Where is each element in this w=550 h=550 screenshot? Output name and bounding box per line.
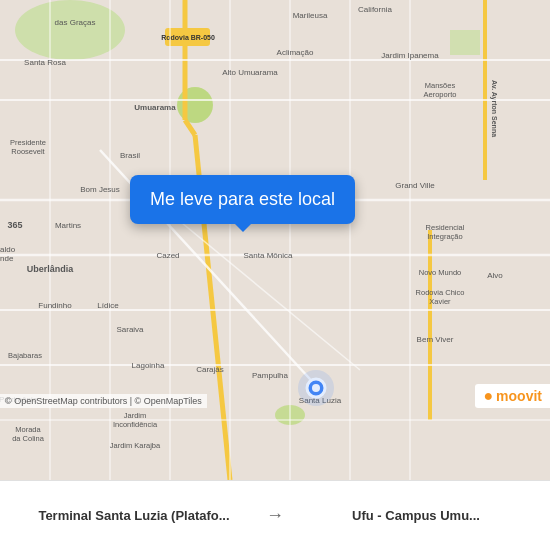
svg-text:Morada: Morada bbox=[15, 425, 41, 434]
svg-text:Santa Mônica: Santa Mônica bbox=[244, 251, 293, 260]
svg-rect-3 bbox=[450, 30, 480, 55]
svg-text:Uberlândia: Uberlândia bbox=[27, 264, 75, 274]
svg-text:Novo Mundo: Novo Mundo bbox=[419, 268, 462, 277]
svg-text:Bajabaras: Bajabaras bbox=[8, 351, 42, 360]
svg-text:Residencial: Residencial bbox=[426, 223, 465, 232]
svg-text:Brasil: Brasil bbox=[120, 151, 140, 160]
svg-point-75 bbox=[298, 370, 334, 406]
svg-text:Aclimação: Aclimação bbox=[277, 48, 314, 57]
svg-text:aldo: aldo bbox=[0, 245, 16, 254]
svg-text:Rodovia BR-050: Rodovia BR-050 bbox=[161, 34, 215, 41]
origin-label: Terminal Santa Luzia (Platafо... bbox=[38, 508, 229, 523]
svg-text:Pampulha: Pampulha bbox=[252, 371, 289, 380]
svg-text:das Graças: das Graças bbox=[55, 18, 96, 27]
svg-text:nde: nde bbox=[0, 254, 14, 263]
map-background: Rodovia BR-050 Av. Ayrton Senna das Graç… bbox=[0, 0, 550, 480]
svg-text:California: California bbox=[358, 5, 392, 14]
svg-text:Rodovia Chico: Rodovia Chico bbox=[416, 288, 465, 297]
svg-text:Saraiva: Saraiva bbox=[116, 325, 144, 334]
bottom-navigation-bar: Terminal Santa Luzia (Platafо... → Ufu -… bbox=[0, 480, 550, 550]
svg-text:Integração: Integração bbox=[427, 232, 462, 241]
svg-text:Jardim: Jardim bbox=[124, 411, 147, 420]
svg-text:Bem Viver: Bem Viver bbox=[417, 335, 454, 344]
svg-text:Jardim Karajba: Jardim Karajba bbox=[110, 441, 161, 450]
svg-point-1 bbox=[15, 0, 125, 60]
moovit-icon: ● bbox=[483, 387, 493, 405]
svg-point-2 bbox=[177, 87, 213, 123]
svg-text:Umuarama: Umuarama bbox=[134, 103, 176, 112]
svg-text:Mansões: Mansões bbox=[425, 81, 456, 90]
map-container: Rodovia BR-050 Av. Ayrton Senna das Graç… bbox=[0, 0, 550, 480]
svg-text:Lídice: Lídice bbox=[97, 301, 119, 310]
navigate-button[interactable]: Me leve para este local bbox=[130, 175, 355, 224]
svg-text:365: 365 bbox=[7, 220, 22, 230]
svg-text:Bom Jesus: Bom Jesus bbox=[80, 185, 120, 194]
svg-text:Fundinho: Fundinho bbox=[38, 301, 72, 310]
map-attribution: © OpenStreetMap contributors | © OpenMap… bbox=[0, 394, 207, 408]
svg-text:Roosevelt: Roosevelt bbox=[11, 147, 45, 156]
svg-text:Santa Rosa: Santa Rosa bbox=[24, 58, 66, 67]
svg-text:Grand Ville: Grand Ville bbox=[395, 181, 435, 190]
svg-text:Aeroporto: Aeroporto bbox=[424, 90, 457, 99]
svg-text:Jardim Ipanema: Jardim Ipanema bbox=[381, 51, 439, 60]
route-arrow-icon: → bbox=[266, 505, 284, 526]
svg-text:Marileusa: Marileusa bbox=[293, 11, 328, 20]
svg-text:Lagoinha: Lagoinha bbox=[132, 361, 165, 370]
svg-text:Cazed: Cazed bbox=[156, 251, 179, 260]
svg-text:Presidente: Presidente bbox=[10, 138, 46, 147]
svg-text:da Colina: da Colina bbox=[12, 434, 45, 443]
svg-text:Martins: Martins bbox=[55, 221, 81, 230]
svg-text:Alto Umuarama: Alto Umuarama bbox=[222, 68, 278, 77]
moovit-logo: ● moovit bbox=[475, 384, 550, 408]
svg-text:Inconfidência: Inconfidência bbox=[113, 420, 158, 429]
destination-endpoint: Ufu - Campus Umu... bbox=[292, 508, 540, 523]
svg-text:Carajás: Carajás bbox=[196, 365, 224, 374]
destination-label: Ufu - Campus Umu... bbox=[352, 508, 480, 523]
svg-text:Alvo: Alvo bbox=[487, 271, 503, 280]
svg-text:Av. Ayrton Senna: Av. Ayrton Senna bbox=[490, 80, 498, 137]
svg-text:Xavier: Xavier bbox=[429, 297, 451, 306]
origin-endpoint: Terminal Santa Luzia (Platafо... bbox=[10, 508, 258, 523]
